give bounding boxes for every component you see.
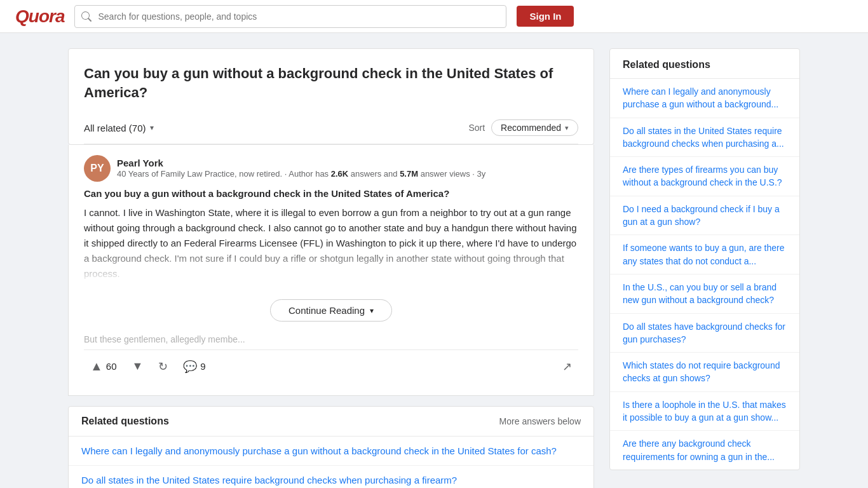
list-item: Is there a loophole in the U.S. that mak… xyxy=(610,392,799,431)
search-input[interactable] xyxy=(74,5,506,28)
sidebar-question-link[interactable]: Is there a loophole in the U.S. that mak… xyxy=(623,398,787,424)
comment-button[interactable]: 💬 9 xyxy=(177,356,212,377)
sidebar-title: Related questions xyxy=(610,49,799,79)
author-bio-mid: answers and xyxy=(348,169,400,179)
continue-reading-button[interactable]: Continue Reading ▾ xyxy=(270,299,392,322)
inline-questions-container: Where can I legally and anonymously purc… xyxy=(69,437,593,488)
chevron-down-icon: ▾ xyxy=(370,306,374,315)
answer-card: PY Pearl York 40 Years of Family Law Pra… xyxy=(68,145,594,396)
sidebar: Related questions Where can I legally an… xyxy=(609,48,800,470)
sidebar-question-link[interactable]: Are there any background check requireme… xyxy=(623,437,787,463)
sort-label: Sort xyxy=(468,123,485,133)
comment-count: 9 xyxy=(200,361,205,372)
quora-logo[interactable]: Quora xyxy=(15,6,64,27)
header: Quora Sign In xyxy=(0,0,868,33)
sidebar-question-link[interactable]: In the U.S., can you buy or sell a brand… xyxy=(623,281,787,307)
answer-tail: But these gentlemen, allegedly membe... xyxy=(84,334,578,344)
sidebar-question-link[interactable]: Do I need a background check if I buy a … xyxy=(623,203,787,229)
sidebar-question-link[interactable]: Do all states in the United States requi… xyxy=(623,125,787,151)
continue-reading-label: Continue Reading xyxy=(288,305,365,316)
all-related-filter[interactable]: All related (70) ▾ xyxy=(84,123,154,133)
list-item: Are there any background check requireme… xyxy=(610,431,799,470)
sidebar-questions-container: Where can I legally and anonymously purc… xyxy=(610,79,799,470)
related-inline-title: Related questions xyxy=(81,416,169,427)
list-item: Where can I legally and anonymously purc… xyxy=(69,437,593,466)
list-item: Where can I legally and anonymously purc… xyxy=(610,79,799,118)
list-item: Do I need a background check if I buy a … xyxy=(610,196,799,236)
upvote-count: 60 xyxy=(106,361,117,372)
list-item: Are there types of firearms you can buy … xyxy=(610,157,799,196)
downvote-icon: ▼ xyxy=(132,360,143,373)
chevron-down-icon: ▾ xyxy=(150,123,154,132)
author-bio-text: 40 Years of Family Law Practice, now ret… xyxy=(117,169,331,179)
upvote-button[interactable]: ▲ 60 xyxy=(84,355,123,377)
avatar: PY xyxy=(84,155,111,182)
sidebar-question-link[interactable]: Do all states have background checks for… xyxy=(623,320,787,346)
author-row: PY Pearl York 40 Years of Family Law Pra… xyxy=(84,155,578,182)
avatar-initials: PY xyxy=(90,163,104,174)
sidebar-question-link[interactable]: Are there types of firearms you can buy … xyxy=(623,163,787,189)
related-inline-header: Related questions More answers below xyxy=(69,407,593,437)
sidebar-question-link[interactable]: If someone wants to buy a gun, are there… xyxy=(623,241,787,268)
search-container xyxy=(74,5,506,28)
sidebar-card: Related questions Where can I legally an… xyxy=(609,48,800,470)
question-card: Can you buy a gun without a background c… xyxy=(68,48,594,145)
downvote-button[interactable]: ▼ xyxy=(125,356,149,377)
answer-question: Can you buy a gun without a background c… xyxy=(84,188,578,199)
question-title: Can you buy a gun without a background c… xyxy=(84,64,578,102)
list-item: In the U.S., can you buy or sell a brand… xyxy=(610,274,799,314)
author-bio: 40 Years of Family Law Practice, now ret… xyxy=(117,168,578,180)
related-question-link[interactable]: Do all states in the United States requi… xyxy=(81,473,581,487)
author-bio-end: answer views · 3y xyxy=(418,169,485,179)
list-item: Do all states have background checks for… xyxy=(610,314,799,353)
author-info: Pearl York 40 Years of Family Law Practi… xyxy=(117,158,578,180)
answer-text: I cannot. I live in Washington State, wh… xyxy=(84,205,578,281)
answer-body: I cannot. I live in Washington State, wh… xyxy=(84,205,578,281)
share-icon: ↻ xyxy=(158,360,168,374)
author-answers: 2.6K xyxy=(331,169,348,179)
sort-dropdown[interactable]: Recommended ▾ xyxy=(491,119,578,136)
sort-container: Sort Recommended ▾ xyxy=(468,119,578,136)
forward-icon: ↗ xyxy=(562,360,572,374)
more-answers-label: More answers below xyxy=(499,416,581,426)
forward-button[interactable]: ↗ xyxy=(556,356,578,377)
share-button[interactable]: ↻ xyxy=(152,356,174,377)
sidebar-question-link[interactable]: Where can I legally and anonymously purc… xyxy=(623,85,787,111)
signin-button[interactable]: Sign In xyxy=(517,6,574,27)
main-layout: Can you buy a gun without a background c… xyxy=(53,48,815,488)
related-inline-section: Related questions More answers below Whe… xyxy=(68,406,594,488)
related-question-link[interactable]: Where can I legally and anonymously purc… xyxy=(81,444,581,458)
sort-value: Recommended xyxy=(501,123,561,133)
upvote-icon: ▲ xyxy=(90,359,103,374)
author-views: 5.7M xyxy=(400,169,418,179)
comment-icon: 💬 xyxy=(183,360,197,374)
list-item: Which states do not require background c… xyxy=(610,353,799,392)
filter-bar: All related (70) ▾ Sort Recommended ▾ xyxy=(84,112,578,144)
content-area: Can you buy a gun without a background c… xyxy=(68,48,594,488)
list-item: Do all states in the United States requi… xyxy=(610,118,799,158)
sidebar-question-link[interactable]: Which states do not require background c… xyxy=(623,359,787,385)
list-item: Do all states in the United States requi… xyxy=(69,466,593,488)
list-item: If someone wants to buy a gun, are there… xyxy=(610,235,799,274)
action-bar: ▲ 60 ▼ ↻ 💬 9 ↗ xyxy=(84,349,578,385)
all-related-label: All related (70) xyxy=(84,123,146,133)
chevron-down-icon: ▾ xyxy=(565,124,569,132)
author-name[interactable]: Pearl York xyxy=(117,158,578,168)
